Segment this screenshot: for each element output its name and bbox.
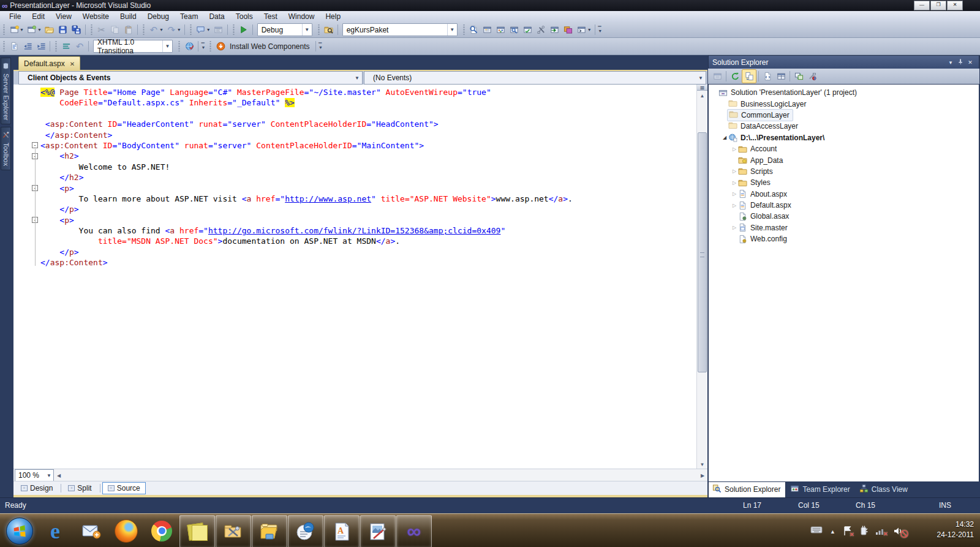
toolbar-grip[interactable]	[55, 41, 58, 51]
view-tab-split[interactable]: ▫Split	[63, 483, 96, 494]
toolbar-overflow-icon[interactable]: ▔▼	[597, 24, 603, 36]
tray-show-hidden-icon[interactable]: ▲	[830, 527, 835, 535]
code-line[interactable]: </asp:Content>	[13, 257, 697, 268]
tree-item-commonlayer[interactable]: CommonLayer	[709, 110, 979, 121]
code-line[interactable]: </asp:Content>	[13, 130, 697, 140]
taskbar-clock[interactable]: 14:32 24-12-2011	[907, 519, 974, 540]
solution-search-icon[interactable]	[322, 23, 336, 36]
taskbar-sticky-notes-icon[interactable]	[179, 515, 215, 547]
code-line[interactable]: </p>	[13, 204, 697, 214]
properties-icon[interactable]	[710, 70, 724, 83]
code-line[interactable]: <asp:Content ID="HeaderContent" runat="s…	[13, 119, 697, 129]
tree-expander-icon[interactable]: ◢	[721, 135, 728, 140]
save-all-icon[interactable]	[70, 23, 83, 36]
tree-item-about-aspx[interactable]: ▷About.aspx	[709, 189, 979, 200]
tree-item-default-aspx[interactable]: ▷Default.aspx	[709, 200, 979, 211]
menu-build[interactable]: Build	[115, 12, 142, 21]
menu-website[interactable]: Website	[77, 12, 115, 21]
tray-volume-icon[interactable]: ⃠	[893, 526, 903, 536]
save-icon[interactable]	[56, 23, 70, 36]
cut-icon[interactable]: ✂	[95, 23, 108, 36]
tray-action-center-icon[interactable]: ✕	[843, 526, 852, 536]
toolbar-grip[interactable]	[232, 25, 235, 35]
copy-website-icon[interactable]	[792, 70, 805, 83]
format-selection-icon[interactable]	[212, 23, 225, 36]
tree-item-scripts[interactable]: ▷Scripts	[709, 166, 979, 177]
taskbar-chrome-icon[interactable]	[145, 515, 179, 546]
tree-expander-icon[interactable]: ▷	[731, 225, 738, 230]
start-debug-icon[interactable]	[237, 23, 251, 36]
taskbar-wordpad-icon[interactable]: A	[324, 515, 360, 547]
object-browser-icon[interactable]	[494, 23, 508, 36]
taskbar-internet-explorer-icon[interactable]: e	[38, 515, 72, 546]
tree-item-site-master[interactable]: ▷Site.master	[709, 222, 979, 233]
panel-tab-class-view[interactable]: Class View	[856, 482, 913, 497]
panel-tab-team-explorer[interactable]: Team Explorer	[786, 482, 854, 497]
panel-tab-solution-explorer[interactable]: Solution Explorer	[708, 482, 786, 498]
toolbar-overflow-icon[interactable]: ▔▼	[318, 40, 324, 52]
code-line[interactable]: CodeFile="Default.aspx.cs" Inherits="_De…	[13, 97, 697, 108]
code-line[interactable]: - <p>	[13, 215, 697, 225]
zoom-dropdown[interactable]: 100 % ▼	[15, 469, 54, 481]
toolbar-grip[interactable]	[209, 41, 212, 51]
code-line[interactable]: </h2>	[13, 172, 697, 183]
toolbar-grip[interactable]	[178, 41, 181, 51]
toolbar-grip[interactable]	[2, 41, 6, 51]
code-editor[interactable]: <%@ Page Title="Home Page" Language="C#"…	[13, 85, 697, 469]
splitter-handle[interactable]: ▬▬	[697, 85, 707, 91]
menu-file[interactable]: File	[4, 12, 26, 21]
scroll-down-icon[interactable]: ▼	[697, 459, 707, 469]
tab-default-aspx[interactable]: Default.aspx ✕	[18, 56, 80, 70]
view-tab-source[interactable]: ▫Source	[102, 482, 146, 494]
nest-files-icon[interactable]	[742, 69, 756, 83]
toolbar-grip[interactable]	[90, 25, 93, 35]
code-line[interactable]: You can also find <a href="http://go.mic…	[13, 225, 697, 236]
tree-item-web-config[interactable]: Web.config	[709, 233, 979, 244]
designer-check-icon[interactable]	[521, 23, 535, 36]
chevron-down-icon[interactable]: ▼	[37, 28, 42, 32]
scrollbar-thumb[interactable]	[698, 132, 707, 372]
toolbar-grip[interactable]	[189, 25, 192, 35]
open-folder-icon[interactable]	[43, 23, 56, 36]
events-dropdown[interactable]: (No Events) ▼	[364, 71, 706, 85]
copy-icon[interactable]	[108, 23, 122, 36]
tree-expander-icon[interactable]: ▷	[731, 146, 738, 152]
package-combo[interactable]: egKursPaket▼	[342, 23, 458, 36]
import-export-icon[interactable]	[548, 23, 562, 36]
add-item-icon[interactable]	[25, 23, 39, 36]
scroll-right-icon[interactable]: ▶	[698, 473, 707, 478]
close-button[interactable]: ✕	[947, 1, 963, 10]
tree-item-solution-presentationlayer-1-project[interactable]: ∞Solution 'PresentationLayer' (1 project…	[709, 87, 979, 98]
download-icon[interactable]	[214, 40, 227, 53]
chevron-down-icon[interactable]: ▼	[587, 28, 592, 32]
menu-test[interactable]: Test	[258, 12, 283, 21]
code-line[interactable]: </p>	[13, 247, 697, 257]
build-tools-icon[interactable]	[535, 23, 548, 36]
code-line[interactable]: <%@ Page Title="Home Page" Language="C#"…	[13, 87, 697, 97]
find-symbol-icon[interactable]	[508, 23, 521, 36]
taskbar-start[interactable]	[2, 515, 37, 546]
taskbar-visual-studio-icon[interactable]: ∞	[396, 515, 432, 547]
taskbar-paint-icon[interactable]	[360, 515, 396, 547]
toolbar-grip[interactable]	[462, 25, 466, 35]
toolbar-grip[interactable]	[142, 25, 145, 35]
code-line[interactable]: - <p>	[13, 183, 697, 194]
chevron-down-icon[interactable]: ▼	[162, 40, 172, 52]
tree-item-businesslogiclayer[interactable]: BusinessLogicLayer	[709, 98, 979, 109]
menu-edit[interactable]: Edit	[26, 12, 50, 21]
tree-item-account[interactable]: ▷Account	[709, 143, 979, 154]
chevron-down-icon[interactable]: ▼	[302, 24, 312, 36]
code-line[interactable]: To learn more about ASP.NET visit <a hre…	[13, 194, 697, 204]
properties-window-icon[interactable]	[481, 23, 494, 36]
code-line[interactable]: title="MSDN ASP.NET Docs">documentation …	[13, 236, 697, 246]
find-in-files-icon[interactable]	[467, 23, 481, 36]
tree-expander-icon[interactable]: ▷	[731, 203, 738, 208]
install-web-components-button[interactable]: Install Web Components	[230, 42, 310, 51]
menu-team[interactable]: Team	[175, 12, 203, 21]
scroll-left-icon[interactable]: ◀	[54, 473, 64, 478]
toolbar-grip[interactable]	[2, 25, 6, 35]
sidebar-tab-toolbox[interactable]: Toolbox	[1, 127, 11, 170]
close-icon[interactable]: ✕	[965, 59, 975, 66]
taskbar-windows-live-mail-icon[interactable]	[74, 515, 108, 546]
command-window-icon[interactable]	[575, 23, 589, 36]
